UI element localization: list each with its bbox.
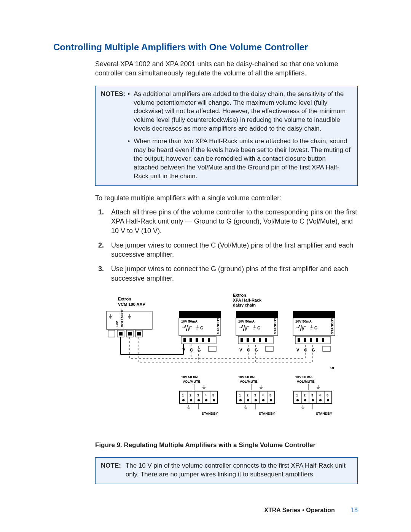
svg-text:2: 2	[304, 393, 306, 397]
svg-text:G: G	[200, 326, 204, 330]
footer-title: XTRA Series • Operation	[264, 507, 335, 513]
step-item: Attach all three pins of the volume cont…	[98, 208, 358, 235]
chain-label: daisy chain	[233, 303, 256, 307]
remote-block: REMOTE 10V 50mA STANDBY G V C G	[236, 311, 278, 352]
svg-text:STANDBY: STANDBY	[316, 412, 332, 415]
svg-point-96	[213, 399, 215, 401]
svg-text:4: 4	[319, 393, 321, 397]
alt-connector: 10V 50 mA VOL/MUTE 1 2 3 4 5 STANDBY	[180, 375, 218, 415]
alt-connector: 10V 50 mA VOL/MUTE 1 2 3 4 5 STANDBY	[237, 375, 275, 415]
svg-point-146	[312, 399, 314, 401]
svg-rect-45	[241, 338, 243, 342]
svg-text:10V    50mA: 10V 50mA	[181, 320, 198, 323]
note-callout: NOTE: The 10 V pin of the volume control…	[95, 457, 358, 484]
svg-rect-25	[181, 336, 216, 344]
svg-point-92	[182, 399, 185, 401]
svg-text:STANDBY: STANDBY	[259, 412, 275, 415]
svg-text:REMOTE: REMOTE	[188, 312, 209, 318]
vcm-pin-label: VOL/ MUTE	[120, 308, 124, 327]
svg-point-144	[296, 399, 299, 401]
remote-block: REMOTE 10V 50mA STANDBY G V C G	[179, 311, 221, 352]
svg-point-147	[319, 399, 322, 401]
svg-text:3: 3	[254, 393, 256, 397]
svg-rect-65	[304, 338, 306, 342]
chain-brand: Extron	[233, 294, 246, 297]
svg-text:5: 5	[212, 393, 214, 397]
svg-text:C: C	[304, 348, 307, 352]
figure-caption: Figure 9. Regulating Multiple Amplifiers…	[95, 441, 358, 449]
svg-point-119	[247, 399, 249, 401]
svg-text:VOL/MUTE: VOL/MUTE	[240, 380, 258, 383]
svg-text:G: G	[198, 348, 201, 352]
step-item: Use jumper wires to connect the G (groun…	[98, 264, 358, 283]
svg-text:2: 2	[247, 393, 249, 397]
svg-rect-13	[119, 332, 123, 335]
svg-text:3: 3	[197, 393, 199, 397]
footer-page-number: 18	[351, 507, 358, 513]
note-label: NOTE:	[101, 462, 121, 479]
svg-text:10V     50 mA: 10V 50 mA	[181, 375, 199, 379]
svg-rect-15	[137, 332, 141, 335]
figure-title: Regulating Multiple Amplifiers with a Si…	[122, 441, 315, 449]
svg-text:C: C	[190, 348, 193, 352]
svg-rect-0	[107, 311, 152, 329]
notes-list: As additional amplifiers are added to th…	[127, 90, 352, 181]
svg-rect-27	[190, 338, 192, 342]
svg-text:VOL/MUTE: VOL/MUTE	[183, 380, 201, 383]
notes-item: As additional amplifiers are added to th…	[127, 90, 352, 134]
svg-rect-46	[247, 338, 249, 342]
svg-text:REMOTE: REMOTE	[302, 312, 323, 318]
figure-9: Extron VCM 100 AAP 10V VOL/ MUTE Extr	[95, 294, 358, 431]
chain-model: XPA Half-Rack	[233, 298, 262, 302]
section-heading: Controlling Multiple Amplifiers with One…	[53, 42, 358, 53]
svg-rect-31	[209, 346, 216, 351]
notes-callout: NOTES: As additional amplifiers are adde…	[95, 86, 358, 186]
svg-rect-63	[295, 336, 330, 344]
remote-block: REMOTE 10V 50mA STANDBY G V C G	[293, 311, 335, 352]
svg-text:1: 1	[239, 393, 241, 397]
svg-text:4: 4	[205, 393, 207, 397]
svg-point-94	[198, 399, 200, 401]
svg-rect-48	[259, 338, 261, 342]
svg-text:10V     50 mA: 10V 50 mA	[238, 375, 256, 379]
svg-text:1: 1	[296, 393, 298, 397]
vcm-pin-label: 10V	[115, 321, 119, 327]
svg-text:V: V	[296, 348, 299, 352]
svg-text:1: 1	[182, 393, 184, 397]
svg-text:STANDBY: STANDBY	[273, 318, 277, 334]
svg-text:4: 4	[262, 393, 264, 397]
or-label: or	[330, 365, 335, 370]
svg-rect-50	[266, 346, 273, 351]
page: Controlling Multiple Amplifiers with One…	[0, 0, 411, 532]
step-item: Use jumper wires to connect the C (Vol/M…	[98, 241, 358, 259]
steps-list: Attach all three pins of the volume cont…	[98, 208, 358, 283]
svg-rect-44	[238, 336, 273, 344]
svg-text:3: 3	[311, 393, 313, 397]
vcm-brand: Extron	[118, 297, 131, 301]
svg-text:STANDBY: STANDBY	[330, 318, 334, 334]
svg-rect-67	[316, 338, 318, 342]
svg-text:10V     50 mA: 10V 50 mA	[295, 375, 313, 379]
svg-rect-82	[180, 391, 218, 403]
svg-text:2: 2	[190, 393, 191, 397]
svg-text:G: G	[312, 348, 315, 352]
svg-rect-49	[265, 338, 267, 342]
svg-text:C: C	[247, 348, 250, 352]
svg-rect-66	[310, 338, 312, 342]
svg-rect-134	[294, 391, 332, 403]
svg-point-145	[304, 399, 306, 401]
svg-text:G: G	[314, 326, 318, 330]
lead-paragraph: To regulate multiple amplifiers with a s…	[95, 194, 358, 202]
svg-rect-47	[253, 338, 255, 342]
svg-text:5: 5	[269, 393, 271, 397]
intro-paragraph: Several XPA 1002 and XPA 2001 units can …	[95, 59, 358, 78]
note-text: The 10 V pin of the volume controller co…	[126, 462, 352, 479]
svg-rect-68	[322, 338, 324, 342]
svg-text:VOL/MUTE: VOL/MUTE	[297, 380, 315, 383]
page-footer: XTRA Series • Operation 18	[264, 507, 358, 514]
svg-rect-9	[108, 330, 115, 337]
svg-text:G: G	[257, 326, 261, 330]
svg-rect-108	[237, 391, 275, 403]
svg-point-118	[239, 399, 242, 401]
svg-text:V: V	[239, 348, 242, 352]
